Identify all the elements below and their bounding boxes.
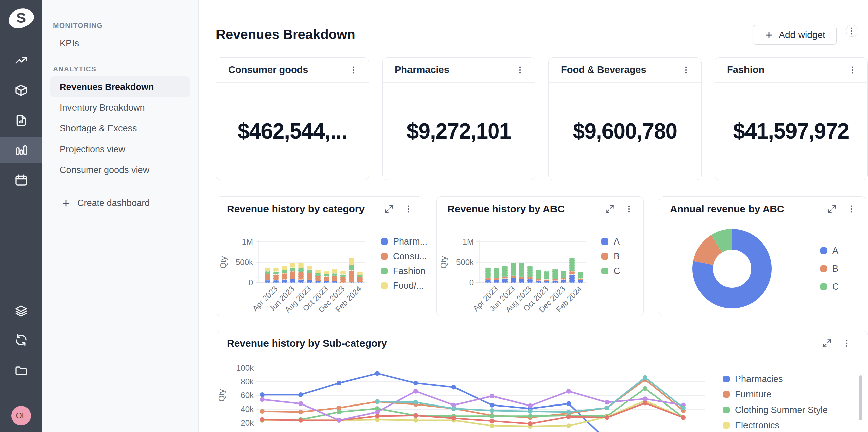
legend-swatch — [723, 376, 730, 383]
legend-item[interactable]: Furniture — [723, 387, 868, 402]
widget-menu-button[interactable] — [403, 203, 414, 215]
sidebar-item-revenues-breakdown[interactable]: Revenues Breakdown — [50, 76, 190, 97]
sidebar-item-sync[interactable] — [0, 327, 42, 353]
kebab-icon — [847, 26, 856, 36]
sidebar-divider — [0, 387, 42, 388]
legend-item[interactable]: B — [601, 249, 644, 264]
svg-text:500k: 500k — [456, 258, 474, 267]
widget-annual-revenue-by-abc: Annual revenue by ABC ABC — [659, 196, 866, 316]
svg-text:0: 0 — [469, 278, 474, 287]
svg-text:1M: 1M — [463, 237, 474, 246]
kebab-icon — [404, 204, 413, 214]
legend-item[interactable]: Fashion — [381, 264, 423, 278]
menu-panel: MONITORINGKPIsANALYTICSRevenues Breakdow… — [42, 0, 199, 432]
app-logo[interactable]: S — [6, 6, 36, 31]
create-dashboard-button[interactable]: Create dashboard — [50, 198, 190, 208]
layers-icon — [14, 304, 28, 317]
legend-label: Electronics — [735, 420, 779, 431]
avatar-initials: OL — [16, 411, 27, 420]
kpi-value: $9,272,101 — [383, 82, 535, 180]
svg-text:0: 0 — [249, 278, 253, 287]
legend-item[interactable]: A — [601, 234, 644, 249]
svg-text:80k: 80k — [241, 377, 254, 386]
legend-label: Furniture — [735, 389, 771, 400]
expand-button[interactable] — [604, 203, 615, 215]
sidebar-item-reports[interactable] — [0, 108, 42, 133]
legend-item[interactable]: Clothing Summer Style — [723, 402, 868, 418]
dashboard-menu-button[interactable] — [846, 25, 857, 37]
menu-section-title: ANALYTICS — [53, 65, 190, 73]
sidebar-item-products[interactable] — [0, 77, 42, 103]
legend-item[interactable]: Electronics — [723, 418, 868, 432]
kpi-title: Consumer goods — [228, 64, 348, 75]
sidebar-item-layers[interactable] — [0, 298, 42, 323]
legend-item[interactable]: Pharm... — [381, 234, 423, 249]
widget-menu-button[interactable] — [846, 203, 857, 215]
plus-icon — [61, 198, 71, 208]
widget-revenue-history-by-abc: Revenue history by ABC 1M500k0QtyApr 202… — [436, 196, 644, 316]
legend-item[interactable]: B — [820, 260, 866, 278]
widget-revenue-history-by-sub-category: Revenue history by Sub-category 100k80k6… — [216, 331, 868, 432]
sidebar-item-consumer-goods-view[interactable]: Consumer goods view — [50, 160, 190, 180]
chart-legend: ABC — [810, 221, 866, 316]
widget-menu-button[interactable] — [841, 338, 852, 349]
widget-menu-button[interactable] — [680, 64, 692, 76]
sidebar-item-shortage-excess[interactable]: Shortage & Excess — [50, 118, 190, 139]
svg-text:100k: 100k — [236, 363, 254, 372]
kpi-title: Pharmacies — [395, 64, 514, 75]
sidebar-item-trend[interactable] — [0, 48, 42, 74]
legend-label: B — [614, 251, 620, 262]
create-dashboard-label: Create dashboard — [77, 198, 150, 208]
legend-label: Consu... — [393, 251, 427, 262]
kpi-card-food-beverages: Food & Beverages$9,600,780 — [549, 57, 702, 180]
add-widget-button[interactable]: Add widget — [752, 25, 837, 44]
kpi-card-header: Fashion — [715, 58, 867, 82]
legend-label: Pharmacies — [735, 374, 783, 385]
sidebar-item-files[interactable] — [0, 358, 42, 383]
kpi-card-header: Consumer goods — [216, 58, 369, 82]
legend-swatch — [381, 238, 388, 245]
legend-label: Fashion — [393, 266, 425, 276]
legend-swatch — [601, 238, 608, 245]
expand-button[interactable] — [383, 203, 395, 215]
legend-swatch — [723, 422, 730, 429]
widget-menu-button[interactable] — [846, 64, 858, 76]
chart-legend: Pharm...Consu...FashionFood/... — [371, 221, 423, 316]
widget-menu-button[interactable] — [514, 64, 526, 76]
sync-icon — [14, 333, 28, 347]
legend-swatch — [723, 391, 730, 398]
widget-menu-button[interactable] — [623, 203, 635, 215]
sidebar-item-calendar[interactable] — [0, 167, 42, 193]
dashboard-page: S OL MONITORINGKPIsANALYTICSRevenues B — [0, 0, 868, 432]
legend-item[interactable]: Pharmacies — [723, 371, 868, 387]
sidebar-item-inventory-breakdown[interactable]: Inventory Breakdown — [50, 97, 190, 118]
legend-item[interactable]: C — [820, 278, 866, 296]
legend-swatch — [381, 283, 388, 289]
legend-item[interactable]: C — [601, 264, 644, 278]
expand-icon — [605, 204, 614, 214]
legend-swatch — [820, 284, 827, 290]
expand-button[interactable] — [822, 338, 833, 349]
expand-button[interactable] — [826, 203, 838, 215]
legend-swatch — [601, 253, 608, 260]
expand-icon — [384, 204, 394, 214]
document-chart-icon — [14, 114, 28, 127]
legend-swatch — [820, 247, 827, 254]
legend-label: C — [832, 282, 839, 292]
chart-legend: PharmaciesFurnitureClothing Summer Style… — [713, 356, 868, 432]
legend-swatch — [601, 268, 608, 274]
user-avatar[interactable]: OL — [11, 406, 31, 425]
legend-label: A — [832, 245, 838, 256]
legend-item[interactable]: Consu... — [381, 249, 423, 264]
widget-menu-button[interactable] — [348, 64, 359, 76]
legend-item[interactable]: Food/... — [381, 278, 423, 293]
sidebar-item-kpis[interactable]: KPIs — [50, 33, 190, 54]
legend-scrollbar[interactable] — [859, 375, 862, 420]
svg-text:500k: 500k — [236, 258, 253, 267]
donut-chart — [659, 221, 810, 316]
sidebar-item-projections-view[interactable]: Projections view — [50, 139, 190, 160]
legend-label: A — [614, 236, 620, 247]
svg-text:Qty: Qty — [439, 256, 448, 268]
legend-item[interactable]: A — [820, 241, 866, 260]
sidebar-item-analytics[interactable] — [0, 137, 42, 163]
